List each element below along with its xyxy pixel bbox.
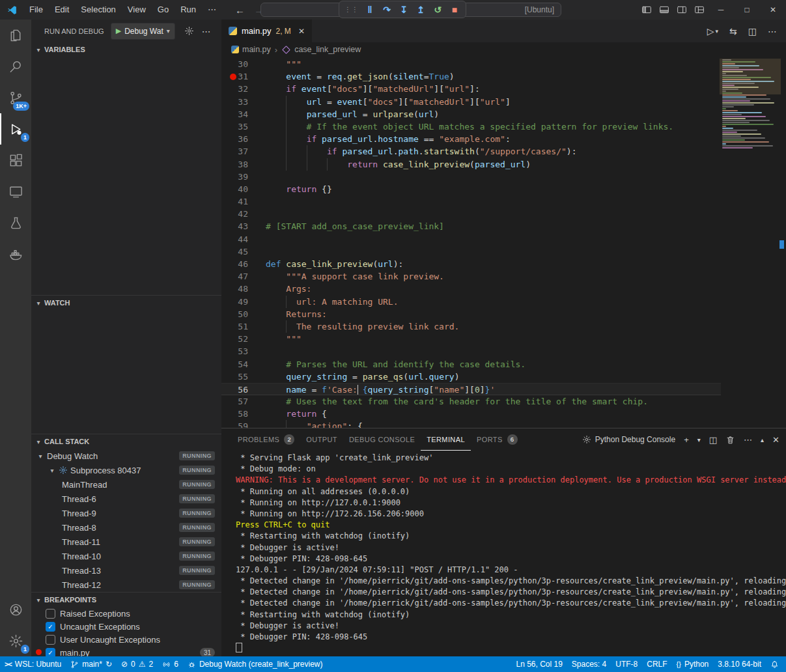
breadcrumb-item-case-link-preview[interactable]: case_link_preview <box>281 45 361 54</box>
close-panel-button[interactable]: ✕ <box>772 435 779 445</box>
checkbox[interactable] <box>46 635 55 645</box>
status-branch-status[interactable]: main*↻ <box>66 656 117 672</box>
new-terminal-button[interactable]: + <box>684 435 689 445</box>
callstack-item-thread-8[interactable]: Thread-8RUNNING <box>31 520 221 535</box>
panel-tab-ports[interactable]: PORTS6 <box>471 428 524 451</box>
code-line[interactable]: 46def case_link_preview(url): <box>221 258 721 270</box>
split-terminal-button[interactable]: ◫ <box>709 435 717 445</box>
menu-go[interactable]: Go <box>152 0 175 20</box>
panel-tab-terminal[interactable]: TERMINAL <box>421 428 471 451</box>
breadcrumb-item-main-py[interactable]: main.py <box>231 45 271 54</box>
watch-section-header[interactable]: ▾ WATCH <box>31 295 221 310</box>
tab-main-py[interactable]: main.py 2, M ✕ <box>221 20 312 42</box>
code-line[interactable]: 54 # Parses the URL and identify the cas… <box>221 358 721 371</box>
code-line[interactable]: 30 """ <box>221 58 721 70</box>
callstack-item-thread-12[interactable]: Thread-12RUNNING <box>31 578 221 592</box>
breakpoint-icon[interactable] <box>230 74 236 80</box>
active-terminal-label[interactable]: Python Debug Console <box>595 435 675 444</box>
run-python-file-button[interactable]: ▷▾ <box>707 26 718 36</box>
maximize-button[interactable]: □ <box>734 0 760 20</box>
panel-tab-output[interactable]: OUTPUT <box>300 428 343 451</box>
minimize-button[interactable]: ─ <box>708 0 734 20</box>
code-line[interactable]: 45 <box>221 245 721 258</box>
panel-tab-debug-console[interactable]: DEBUG CONSOLE <box>343 428 421 451</box>
status-cursor-position[interactable]: Ln 56, Col 19 <box>511 656 567 672</box>
code-line[interactable]: 38 return case_link_preview(parsed_url) <box>221 158 721 171</box>
code-line[interactable]: 57 # Uses the text from the card's heade… <box>221 395 721 408</box>
code-line[interactable]: 50 Returns: <box>221 308 721 320</box>
open-changes-button[interactable]: ⇆ <box>729 26 737 36</box>
toggle-secondary-sidebar-button[interactable] <box>673 5 690 15</box>
activity-testing[interactable] <box>0 207 31 238</box>
menu-run[interactable]: Run <box>175 0 202 20</box>
code-line[interactable]: 36 if parsed_url.hostname == "example.co… <box>221 133 721 145</box>
status-python-interpreter[interactable]: 3.8.10 64-bit <box>713 656 766 672</box>
code-line[interactable]: 52 """ <box>221 333 721 345</box>
terminal-output[interactable]: * Serving Flask app 'create_link_preview… <box>221 451 786 656</box>
status-remote-indicator[interactable]: ><WSL: Ubuntu <box>0 656 66 672</box>
debug-toolbar-grip[interactable]: ⋮⋮ <box>344 6 359 13</box>
callstack-item-thread-10[interactable]: Thread-10RUNNING <box>31 549 221 563</box>
activity-extensions[interactable] <box>0 145 31 176</box>
code-line[interactable]: 42 <box>221 208 721 220</box>
stop-button[interactable]: ■ <box>447 5 462 15</box>
callstack-item-thread-6[interactable]: Thread-6RUNNING <box>31 492 221 506</box>
breakpoint-item-user-uncaught-exceptions[interactable]: User Uncaught Exceptions <box>31 633 221 646</box>
maximize-panel-button[interactable]: ▴ <box>761 436 764 443</box>
code-line[interactable]: 35 # If the event object URL matches a s… <box>221 120 721 133</box>
restart-button[interactable]: ↺ <box>430 5 445 15</box>
callstack-item-thread-11[interactable]: Thread-11RUNNING <box>31 535 221 549</box>
activity-accounts[interactable] <box>0 594 31 625</box>
code-line[interactable]: 58 return { <box>221 408 721 420</box>
step-out-button[interactable]: ↥ <box>413 5 428 15</box>
code-line[interactable]: 47 """A support case link preview. <box>221 270 721 283</box>
callstack-item-thread-13[interactable]: Thread-13RUNNING <box>31 563 221 578</box>
callstack-item-mainthread[interactable]: MainThreadRUNNING <box>31 477 221 492</box>
checkbox[interactable]: ✓ <box>46 622 55 632</box>
activity-source-control[interactable]: 1K+ <box>0 82 31 113</box>
call-stack-section-header[interactable]: ▾ CALL STACK <box>31 434 221 449</box>
code-line[interactable]: 44 <box>221 233 721 245</box>
code-line[interactable]: 33 url = event["docs"]["matchedUrl"]["ur… <box>221 96 721 108</box>
callstack-item-thread-9[interactable]: Thread-9RUNNING <box>31 506 221 520</box>
status-indentation[interactable]: Spaces: 4 <box>567 656 611 672</box>
code-line[interactable]: 48 Args: <box>221 283 721 295</box>
status-eol[interactable]: CRLF <box>642 656 671 672</box>
activity-settings[interactable]: 1 <box>0 625 31 656</box>
minimap[interactable] <box>721 57 777 428</box>
code-line[interactable]: 32 if event["docs"]["matchedUrl"]["url"]… <box>221 83 721 95</box>
menu-edit[interactable]: Edit <box>49 0 75 20</box>
kill-terminal-button[interactable] <box>725 435 735 445</box>
status-notifications[interactable] <box>766 656 783 672</box>
code-line[interactable]: 37 if parsed_url.path.startswith("/suppo… <box>221 145 721 158</box>
status-debug-session-status[interactable]: Debug Watch (create_link_preview) <box>183 656 328 672</box>
toggle-primary-sidebar-button[interactable] <box>638 5 655 15</box>
views-more-actions-icon[interactable]: ⋯ <box>202 26 211 36</box>
code-line[interactable]: 53 <box>221 345 721 357</box>
customize-layout-button[interactable] <box>690 5 708 15</box>
editor-more-actions-button[interactable]: ⋯ <box>768 26 777 36</box>
status-ports-status[interactable]: 6 <box>158 656 183 672</box>
code-line[interactable]: 31 event = req.get_json(silent=True) <box>221 70 721 83</box>
code-line[interactable]: 40 return {} <box>221 183 721 195</box>
close-icon[interactable]: ✕ <box>298 27 305 36</box>
menu-view[interactable]: View <box>122 0 152 20</box>
pause-button[interactable]: ‖ <box>362 5 378 15</box>
toggle-panel-button[interactable] <box>655 5 673 15</box>
checkbox[interactable] <box>46 609 55 619</box>
code-line[interactable]: 59 "action": { <box>221 420 721 428</box>
start-debugging-icon[interactable]: ▶ <box>116 27 121 35</box>
debug-settings-icon[interactable] <box>184 26 194 36</box>
step-over-button[interactable]: ↷ <box>379 5 395 15</box>
status-problems-status[interactable]: ⊘0⚠2 <box>117 656 158 672</box>
menu-file[interactable]: File <box>23 0 49 20</box>
code-line[interactable]: 43# [START add_ons_case_preview_link] <box>221 220 721 232</box>
breakpoint-item-raised-exceptions[interactable]: Raised Exceptions <box>31 607 221 620</box>
step-into-button[interactable]: ↧ <box>396 5 412 15</box>
terminal-dropdown-button[interactable]: ▾ <box>697 436 701 443</box>
status-encoding[interactable]: UTF-8 <box>611 656 642 672</box>
code-area[interactable]: 30 """31 event = req.get_json(silent=Tru… <box>221 58 721 428</box>
activity-search[interactable] <box>0 51 31 82</box>
activity-run-and-debug[interactable]: 1 <box>0 113 31 145</box>
debug-configuration-dropdown[interactable]: ▶ Debug Wat ▾ <box>111 23 175 40</box>
